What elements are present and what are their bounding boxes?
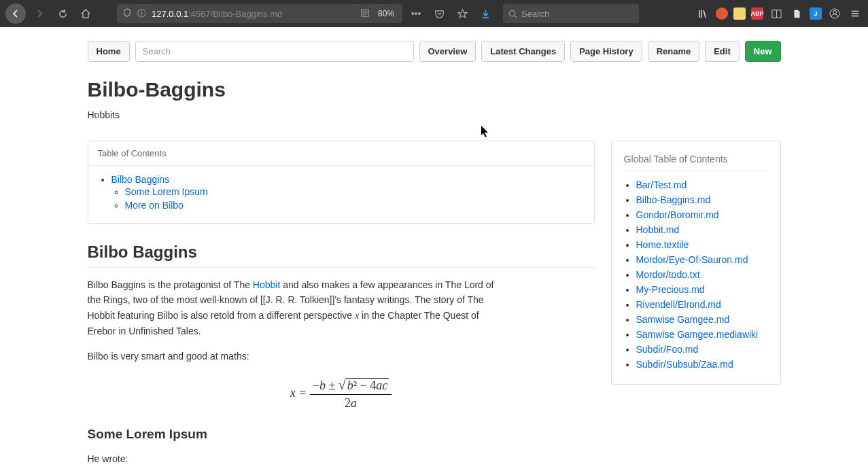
toc-item: Some Lorem Ipsum [125, 185, 585, 198]
menu-icon[interactable] [848, 6, 863, 21]
reload-button[interactable] [53, 4, 72, 23]
page-history-button[interactable]: Page History [570, 41, 642, 62]
pocket-icon[interactable] [430, 4, 449, 23]
toc-box: Table of Contents Bilbo Baggins Some Lor… [88, 141, 595, 224]
section-heading: Some Lorem Ipsum [88, 427, 595, 442]
list-item: Mordor/todo.txt [636, 267, 768, 282]
gtoc-link[interactable]: Rivendell/Elrond.md [636, 299, 721, 310]
shield-icon [122, 8, 132, 20]
article-content: Bilbo Baggins Bilbo Baggins is the prota… [88, 243, 595, 466]
home-button[interactable] [76, 4, 95, 23]
gtoc-link[interactable]: Samwise Gamgee.md [636, 314, 730, 325]
bookmark-star-icon[interactable] [453, 4, 472, 23]
list-item: Home.textile [636, 237, 768, 252]
toc-item: Bilbo Baggins Some Lorem Ipsum More on B… [111, 173, 585, 213]
toc-link[interactable]: Bilbo Baggins [111, 174, 170, 185]
page-subtitle: Hobbits [88, 109, 781, 120]
overview-button[interactable]: Overview [419, 41, 476, 62]
gtoc-link[interactable]: My-Precious.md [636, 284, 705, 295]
edit-button[interactable]: Edit [705, 41, 740, 62]
svg-line-5 [515, 15, 517, 17]
page-icon[interactable] [789, 6, 804, 21]
list-item: Mordor/Eye-Of-Sauron.md [636, 252, 768, 267]
info-icon[interactable]: ⓘ [137, 7, 146, 20]
gtoc-link[interactable]: Hobbit.md [636, 224, 680, 235]
list-item: Bilbo-Baggins.md [636, 192, 768, 207]
extension-j-icon[interactable]: J [810, 7, 822, 20]
list-item: Subdir/Foo.md [636, 342, 768, 357]
global-toc-list: Bar/Test.md Bilbo-Baggins.md Gondor/Boro… [624, 177, 768, 372]
gtoc-link[interactable]: Home.textile [636, 239, 689, 250]
toc-header: Table of Contents [88, 141, 594, 166]
global-toc-box: Global Table of Contents Bar/Test.md Bil… [611, 141, 781, 385]
list-item: Gondor/Boromir.md [636, 207, 768, 222]
gtoc-link[interactable]: Gondor/Boromir.md [636, 209, 719, 220]
back-button[interactable] [5, 3, 26, 24]
list-item: My-Precious.md [636, 282, 768, 297]
url-text: 127.0.0.1:4567/Bilbo-Baggins.md [152, 9, 355, 19]
home-button[interactable]: Home [88, 41, 130, 62]
svg-point-12 [833, 11, 837, 14]
list-item: Bar/Test.md [636, 177, 768, 192]
svg-line-8 [704, 10, 706, 18]
list-item: Subdir/Subsub/Zaa.md [636, 357, 768, 372]
paragraph: He wrote: [88, 451, 496, 466]
wiki-search-input[interactable] [135, 41, 414, 62]
gtoc-link[interactable]: Mordor/Eye-Of-Sauron.md [636, 254, 748, 265]
browser-search-bar[interactable]: Search [503, 4, 639, 23]
zoom-level[interactable]: 80% [375, 9, 397, 18]
page-title: Bilbo-Baggins [88, 78, 781, 101]
gtoc-link[interactable]: Subdir/Foo.md [636, 344, 699, 355]
gtoc-link[interactable]: Bar/Test.md [636, 179, 687, 190]
list-item: Hobbit.md [636, 222, 768, 237]
paragraph: Bilbo is very smart and good at maths: [88, 349, 496, 364]
gtoc-link[interactable]: Mordor/todo.txt [636, 269, 700, 280]
new-button[interactable]: New [745, 41, 781, 62]
library-icon[interactable] [695, 6, 710, 21]
downloads-icon[interactable] [476, 4, 495, 23]
extension-icon[interactable] [733, 7, 746, 20]
list-item: Samwise Gamgee.mediawiki [636, 327, 768, 342]
wiki-toolbar: Home Overview Latest Changes Page Histor… [88, 41, 781, 62]
toc-link[interactable]: More on Bilbo [125, 200, 184, 211]
browser-toolbar: ⓘ 127.0.0.1:4567/Bilbo-Baggins.md 80% ••… [0, 0, 868, 27]
reader-mode-icon[interactable] [360, 8, 370, 20]
gtoc-link[interactable]: Subdir/Subsub/Zaa.md [636, 359, 733, 370]
url-bar[interactable]: ⓘ 127.0.0.1:4567/Bilbo-Baggins.md 80% [117, 4, 402, 23]
hobbit-link[interactable]: Hobbit [253, 279, 280, 290]
section-heading: Bilbo Baggins [88, 243, 595, 268]
page-actions-icon[interactable]: ••• [406, 4, 426, 23]
toc-item: More on Bilbo [125, 198, 585, 212]
sidebar-icon[interactable] [769, 6, 784, 21]
list-item: Rivendell/Elrond.md [636, 297, 768, 312]
abp-icon[interactable]: ABP [751, 7, 763, 20]
latest-changes-button[interactable]: Latest Changes [481, 41, 565, 62]
svg-point-4 [510, 10, 515, 16]
paragraph: Bilbo Baggins is the protagonist of The … [88, 277, 496, 339]
list-item: Samwise Gamgee.md [636, 312, 768, 327]
forward-button[interactable] [30, 4, 49, 23]
gtoc-link[interactable]: Samwise Gamgee.mediawiki [636, 329, 759, 340]
gtoc-link[interactable]: Bilbo-Baggins.md [636, 194, 711, 205]
account-icon[interactable] [827, 6, 842, 21]
search-placeholder: Search [521, 9, 549, 19]
toc-link[interactable]: Some Lorem Ipsum [125, 186, 208, 197]
math-formula: x = −b ± √b² − 4ac 2a [88, 377, 595, 411]
duckduckgo-icon[interactable] [716, 7, 728, 20]
rename-button[interactable]: Rename [648, 41, 700, 62]
global-toc-header: Global Table of Contents [624, 154, 768, 171]
